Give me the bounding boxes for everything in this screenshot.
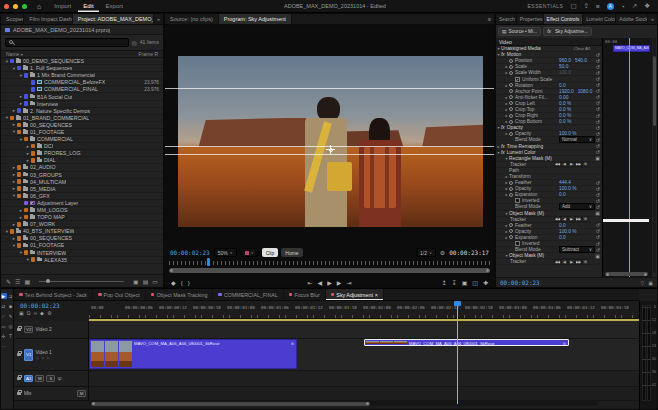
tree-item[interactable]: ▾06_GFX [1, 193, 163, 200]
timeline-timecode[interactable]: 00:00:02:23 [14, 301, 89, 309]
playhead-handle[interactable] [454, 301, 461, 306]
solo-button[interactable]: S [46, 375, 55, 382]
track-backward-icon[interactable]: ◀◀ [554, 216, 561, 221]
reset-icon[interactable]: ↺ [596, 247, 600, 253]
lock-icon[interactable] [17, 353, 21, 356]
tree-item[interactable]: ▾00_DEMO_SEQUENCES [1, 58, 163, 65]
track-forward-one-icon[interactable]: ▶ [568, 259, 575, 264]
stopwatch-icon[interactable] [509, 95, 513, 99]
track-label-v2[interactable]: Video 2 [35, 327, 51, 332]
stopwatch-icon[interactable] [509, 181, 513, 185]
param-value[interactable]: 100.0 % [559, 186, 577, 191]
reset-icon[interactable]: ↺ [596, 149, 600, 155]
track-target-a1[interactable]: A1 [24, 375, 33, 382]
effect-row-tracker[interactable]: Tracker◀◀◀▶▶▶⚙ [496, 259, 602, 265]
home-icon[interactable]: ⌂ [37, 3, 41, 10]
panel-tab-project-adobe-max-demo-20231014[interactable]: Project: ADOBE_MAX_DEMO_20231014× [73, 14, 154, 24]
tree-item[interactable]: ▸2. Nature Specific Demos [1, 108, 163, 115]
mic-icon[interactable]: Ψ [57, 376, 61, 382]
track-content-mix[interactable] [89, 387, 639, 401]
mix-mute-button[interactable]: M [77, 390, 86, 397]
param-value[interactable]: 960.0 [559, 58, 571, 63]
reset-icon[interactable]: ↺ [596, 180, 600, 186]
reset-icon[interactable]: ↺ [596, 192, 600, 198]
home-button[interactable]: Home [281, 248, 302, 257]
playback-resolution-dropdown[interactable]: 1/2∨ [416, 248, 436, 257]
stopwatch-icon[interactable] [509, 223, 513, 227]
param-value[interactable]: 0.0 [559, 192, 566, 197]
monitor-playhead[interactable] [207, 258, 210, 266]
maximize-icon[interactable]: ▢ [570, 2, 576, 10]
project-breadcrumb[interactable]: ADOBE_MAX_DEMO_20231014.prproj [1, 25, 163, 35]
camera-icon[interactable]: ▣ [595, 253, 600, 259]
column-frame-rate[interactable]: Frame R [128, 51, 158, 57]
new-item-icon[interactable]: ▤ [143, 278, 149, 285]
tree-item[interactable]: ▸DIAL [1, 157, 163, 164]
go-to-in-icon[interactable]: ⇤ [308, 279, 313, 286]
effects-mini-timeline[interactable]: 00:00 MAVO_COM_MA_A06_A06_080001_SkRose [602, 38, 652, 277]
source-clip-button[interactable]: ▤Source • Mi... [498, 27, 541, 36]
track-content-v1[interactable]: MAVO_COM_MA_A06_A06_080001_SkRosefxMAVO_… [89, 339, 639, 371]
timeline-ruler[interactable]: 00:0000:00:00:0600:00:00:1200:00:00:1800… [89, 301, 639, 319]
video-frame[interactable] [178, 56, 483, 227]
hand-tool[interactable]: ✣ [1, 333, 7, 339]
tree-item[interactable]: Adjustment Layer [1, 200, 163, 207]
reset-icon[interactable]: ↺ [596, 131, 600, 137]
quick-export-icon[interactable]: ⇪ [584, 2, 589, 10]
search-input[interactable] [5, 38, 129, 47]
mask-name[interactable]: Rectangle Mask (M) [509, 156, 552, 161]
keyframe-navigator[interactable]: ◁ ◇ ▷ [35, 356, 51, 360]
effects-scrollbar[interactable] [653, 38, 656, 273]
panel-tab-search[interactable]: Search [496, 14, 517, 24]
stopwatch-icon[interactable] [509, 71, 513, 75]
param-value[interactable]: 100.0 [559, 70, 571, 75]
stopwatch-icon[interactable] [509, 193, 513, 197]
tree-item[interactable]: ▸02_AUDIO [1, 164, 163, 171]
preset-dropdown[interactable]: ∨ [241, 248, 258, 257]
sequence-tab-pop-out-object[interactable]: Pop Out Object [93, 289, 146, 300]
scrollbar-thumb[interactable] [653, 56, 656, 126]
mask-name[interactable]: Object Mask (M) [509, 253, 544, 258]
progress-icon[interactable]: ◔ [621, 3, 625, 10]
param-value[interactable]: 1080.0 [578, 89, 593, 94]
lock-icon[interactable] [17, 377, 21, 380]
track-back-one-icon[interactable]: ◀ [561, 162, 568, 167]
tree-item[interactable]: ▸00_SEQUENCES [1, 122, 163, 129]
stopwatch-icon[interactable] [509, 235, 513, 239]
reset-icon[interactable]: ↺ [596, 64, 600, 70]
track-content-v2[interactable] [89, 321, 639, 339]
panel-tab-adobe-stock[interactable]: Adobe Stock [616, 14, 648, 24]
sequence-tab-sky-adjustment[interactable]: Sky Adjustment× [326, 289, 384, 300]
scrollbar-thumb[interactable] [91, 402, 370, 406]
mini-timeline-playhead[interactable] [629, 38, 630, 277]
ripple-edit-tool[interactable]: ⇄ [1, 303, 7, 309]
track-backward-icon[interactable]: ◀◀ [554, 259, 561, 264]
minimize-window-button[interactable] [13, 4, 18, 9]
go-to-out-icon[interactable]: ⇥ [346, 279, 351, 286]
track-back-one-icon[interactable]: ◀ [561, 259, 568, 264]
track-forward-icon[interactable]: ▶▶ [575, 162, 582, 167]
camera-icon[interactable]: ▣ [595, 155, 600, 161]
razor-tool[interactable]: ∕ [1, 313, 7, 319]
export-frame-icon[interactable]: ▣ [462, 279, 468, 286]
stopwatch-icon[interactable] [509, 114, 513, 118]
track-forward-icon[interactable]: ▶▶ [575, 259, 582, 264]
snap-icon[interactable]: Ω [27, 310, 31, 316]
tab-overflow-icon[interactable]: » [154, 14, 163, 24]
checkbox[interactable]: ✓ [515, 77, 520, 82]
tab-overflow-icon[interactable]: » [648, 14, 657, 24]
tree-item[interactable]: ▸04_MULTICAM [1, 179, 163, 186]
param-value[interactable]: 444.4 [559, 180, 571, 185]
mask-anchor-crosshair[interactable] [326, 145, 335, 154]
close-window-button[interactable] [4, 4, 9, 9]
tracker-settings-icon[interactable]: ⚙ [582, 216, 589, 221]
reset-icon[interactable]: ↺ [596, 106, 600, 112]
param-value[interactable]: 50.0 [559, 64, 568, 69]
sequence-tab-object-mask-tracking[interactable]: Object Mask Tracking [146, 289, 214, 300]
camera-icon[interactable]: ▣ [648, 280, 653, 286]
timeline-playhead[interactable] [457, 301, 458, 404]
timeline-settings-icon[interactable]: ⚙ [47, 310, 51, 316]
timeline-horizontal-scrollbar[interactable] [89, 401, 597, 406]
tree-item[interactable]: ▾01_FOOTAGE [1, 242, 163, 249]
nest-toggle-icon[interactable]: ▣ [19, 310, 24, 316]
